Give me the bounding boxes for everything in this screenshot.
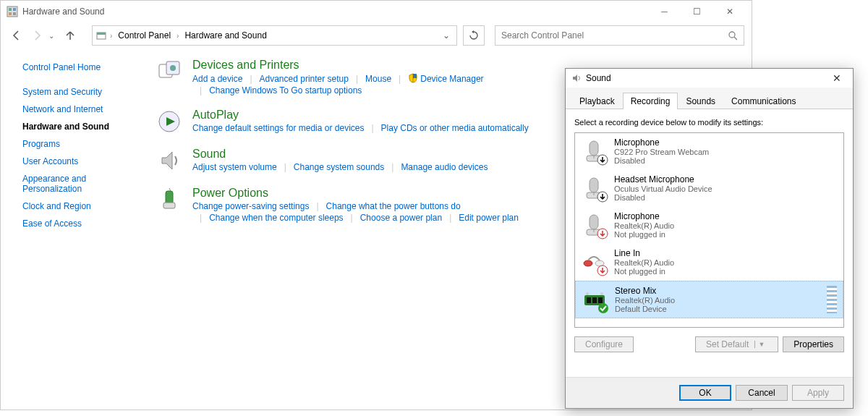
device-item[interactable]: Headset MicrophoneOculus Virtual Audio D… <box>575 170 843 207</box>
sidebar-item[interactable]: User Accounts <box>22 153 142 170</box>
svg-rect-6 <box>97 33 106 35</box>
device-icon <box>581 175 607 201</box>
svg-rect-22 <box>590 178 598 192</box>
category-link[interactable]: Change when the computer sleeps <box>209 213 343 223</box>
svg-rect-3 <box>9 12 12 15</box>
dialog-button-row: Configure Set Default▼ Properties <box>574 336 844 352</box>
device-list[interactable]: MicrophoneC922 Pro Stream WebcamDisabled… <box>574 132 844 328</box>
device-badge-icon <box>597 228 608 239</box>
dialog-title: Sound <box>586 73 827 83</box>
device-icon <box>581 212 607 238</box>
category-link[interactable]: Advanced printer setup <box>260 74 349 84</box>
sidebar-item[interactable]: Programs <box>22 135 142 153</box>
set-default-button[interactable]: Set Default▼ <box>695 336 778 352</box>
svg-rect-16 <box>163 203 175 208</box>
up-button[interactable] <box>61 27 79 44</box>
category-link[interactable]: Adjust system volume <box>192 162 277 172</box>
cancel-button[interactable]: Cancel <box>736 385 788 401</box>
device-status: Not plugged in <box>614 230 838 239</box>
sidebar-home[interactable]: Control Panel Home <box>22 59 142 76</box>
sidebar: Control Panel Home System and SecurityNe… <box>1 48 142 409</box>
device-name: Microphone <box>614 211 838 221</box>
device-icon <box>582 286 608 313</box>
address-dropdown[interactable]: ⌄ <box>439 30 454 41</box>
device-badge-icon <box>597 191 608 203</box>
search-icon[interactable] <box>728 30 738 41</box>
device-icon <box>581 138 607 164</box>
category-link[interactable]: Choose a power plan <box>360 213 442 223</box>
sidebar-item[interactable]: Appearance and Personalization <box>22 170 142 198</box>
address-bar[interactable]: › Control Panel › Hardware and Sound ⌄ <box>92 25 457 46</box>
titlebar: Hardware and Sound ─ ☐ ✕ <box>1 1 752 22</box>
category-icon <box>156 187 182 213</box>
device-status: Disabled <box>614 156 838 165</box>
shield-icon <box>408 73 418 83</box>
sidebar-item[interactable]: System and Security <box>22 83 142 101</box>
dialog-footer: OK Cancel Apply <box>566 377 853 408</box>
level-meter <box>827 286 837 313</box>
category-link[interactable]: Play CDs or other media automatically <box>381 123 529 133</box>
device-icon <box>581 249 607 275</box>
svg-point-11 <box>170 65 176 71</box>
category-link[interactable]: Edit power plan <box>459 213 519 223</box>
category-link[interactable]: Change what the power buttons do <box>326 201 461 211</box>
category-link[interactable]: Change Windows To Go startup options <box>209 85 362 95</box>
window-title: Hardware and Sound <box>22 7 648 17</box>
properties-button[interactable]: Properties <box>783 336 844 352</box>
svg-point-30 <box>584 260 592 266</box>
category-link[interactable]: Add a device <box>192 74 242 84</box>
sidebar-item[interactable]: Network and Internet <box>22 101 142 118</box>
minimize-button[interactable]: ─ <box>648 1 681 22</box>
dialog-close-button[interactable]: ✕ <box>827 72 847 84</box>
category-link[interactable]: Change power-saving settings <box>192 201 309 211</box>
category-link[interactable]: Change system sounds <box>294 162 384 172</box>
forward-button[interactable] <box>28 27 46 44</box>
device-subtitle: Oculus Virtual Audio Device <box>614 184 838 193</box>
sidebar-item[interactable]: Ease of Access <box>22 215 142 232</box>
search-input[interactable] <box>501 30 728 41</box>
apply-button[interactable]: Apply <box>792 385 844 401</box>
svg-rect-4 <box>13 12 16 15</box>
history-dropdown[interactable]: ⌄ <box>48 32 59 40</box>
breadcrumb-1[interactable]: Control Panel <box>115 27 174 44</box>
device-item[interactable]: Line InRealtek(R) AudioNot plugged in <box>575 244 843 281</box>
tab-recording[interactable]: Recording <box>623 93 678 109</box>
close-button[interactable]: ✕ <box>713 1 746 22</box>
device-name: Headset Microphone <box>614 174 838 184</box>
category-link[interactable]: Device Manager <box>408 73 483 84</box>
svg-point-38 <box>600 292 603 295</box>
device-subtitle: Realtek(R) Audio <box>615 296 820 305</box>
device-name: Stereo Mix <box>615 286 820 296</box>
dialog-hint: Select a recording device below to modif… <box>574 118 844 127</box>
sidebar-item[interactable]: Hardware and Sound <box>22 118 142 135</box>
search-box[interactable] <box>495 25 744 46</box>
breadcrumb-2[interactable]: Hardware and Sound <box>182 27 269 44</box>
sidebar-item[interactable]: Clock and Region <box>22 198 142 215</box>
refresh-button[interactable] <box>463 25 485 46</box>
device-subtitle: C922 Pro Stream Webcam <box>614 148 838 156</box>
sound-icon <box>571 73 582 83</box>
category-icon <box>156 148 182 174</box>
maximize-button[interactable]: ☐ <box>681 1 713 22</box>
device-item[interactable]: MicrophoneRealtek(R) AudioNot plugged in <box>575 207 843 244</box>
svg-rect-35 <box>592 297 597 303</box>
category-link[interactable]: Change default settings for media or dev… <box>192 123 364 133</box>
device-status: Default Device <box>615 305 820 313</box>
sound-dialog: Sound ✕ PlaybackRecordingSoundsCommunica… <box>565 68 854 409</box>
back-button[interactable] <box>8 27 25 44</box>
tab-sounds[interactable]: Sounds <box>678 93 723 109</box>
device-subtitle: Realtek(R) Audio <box>614 221 838 230</box>
category-icon <box>156 59 182 85</box>
ok-button[interactable]: OK <box>679 385 731 401</box>
category-link[interactable]: Manage audio devices <box>401 162 488 172</box>
device-item[interactable]: Stereo MixRealtek(R) AudioDefault Device <box>575 281 843 318</box>
svg-point-39 <box>598 303 608 313</box>
tab-communications[interactable]: Communications <box>723 93 804 109</box>
device-item[interactable]: MicrophoneC922 Pro Stream WebcamDisabled <box>575 133 843 170</box>
navbar: ⌄ › Control Panel › Hardware and Sound ⌄ <box>1 22 752 48</box>
configure-button[interactable]: Configure <box>574 336 634 352</box>
tab-playback[interactable]: Playback <box>571 93 623 109</box>
category-link[interactable]: Mouse <box>365 74 391 84</box>
device-name: Microphone <box>614 137 838 148</box>
svg-line-8 <box>734 37 737 40</box>
